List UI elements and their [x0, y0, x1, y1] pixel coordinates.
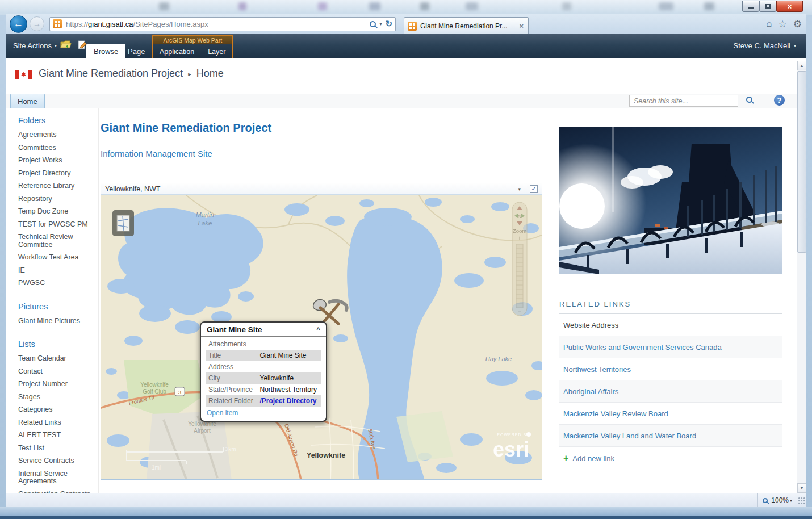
address-bar[interactable]: https://giant.gisatl.ca/SitePages/Home.a…	[49, 17, 396, 31]
link-northwest-territories[interactable]: Northwest Territories	[563, 365, 631, 374]
window-minimize-button[interactable]	[742, 1, 759, 12]
zoom-in-icon[interactable]: +	[517, 235, 521, 242]
zoom-magnifier-icon	[763, 498, 768, 503]
yellowknife-label: Yellowknife	[307, 451, 345, 459]
zoom-control[interactable]: 100%	[763, 496, 789, 504]
related-folder-link[interactable]: /Project Directory	[257, 395, 321, 407]
navigate-up-icon[interactable]	[60, 40, 72, 49]
chevron-down-icon: ▾	[794, 43, 796, 48]
table-row: TitleGiant Mine Site	[206, 350, 321, 361]
sidebar-item-project-works[interactable]: Project Works	[18, 157, 93, 165]
sidebar-item-service-contracts[interactable]: Service Contracts	[18, 457, 93, 465]
back-button[interactable]: ←	[10, 15, 27, 33]
sidebar-item-internal-service-agreements[interactable]: Internal Service Agreements	[18, 470, 93, 485]
settings-gear-icon[interactable]: ⚙	[793, 18, 802, 30]
link-aboriginal-affairs[interactable]: Aboriginal Affairs	[563, 387, 618, 396]
popup-collapse-icon[interactable]: ^	[316, 326, 320, 334]
map-zoom-control[interactable]: N Zoom + −	[512, 202, 527, 316]
resize-grip[interactable]	[798, 497, 805, 504]
breadcrumb-site-title[interactable]: Giant Mine Remediation Project	[39, 68, 183, 79]
desktop-icon-blur	[659, 2, 673, 10]
desktop-icon-blur	[704, 2, 714, 10]
browser-tab[interactable]: Giant Mine Remediation Pr... ×	[404, 17, 529, 34]
page-title: Giant Mine Remediation Project	[101, 122, 271, 135]
sidebar-item-project-number[interactable]: Project Number	[18, 380, 93, 388]
tab-close-icon[interactable]: ×	[518, 22, 525, 30]
home-icon[interactable]: ⌂	[766, 18, 772, 30]
browser-status-bar: 100% ▾	[6, 493, 806, 507]
window-close-button[interactable]: ×	[776, 1, 803, 12]
canada-flag-icon	[15, 70, 32, 82]
basemap-button[interactable]	[112, 210, 134, 236]
search-go-icon[interactable]	[746, 97, 752, 103]
sidebar-item-test-list[interactable]: Test List	[18, 445, 93, 453]
favorites-star-icon[interactable]: ☆	[778, 18, 787, 30]
sidebar-item-reference-library[interactable]: Reference Library	[18, 182, 93, 190]
browser-toolbar: ← → https://giant.gisatl.ca/SitePages/Ho…	[6, 14, 806, 34]
popup-title: Giant Mine Site	[207, 325, 262, 334]
scrollbar-thumb[interactable]	[797, 71, 806, 253]
zoom-dropdown-icon[interactable]: ▾	[790, 498, 792, 503]
search-dropdown-icon[interactable]: ▾	[379, 22, 382, 27]
link-pwgsc[interactable]: Public Works and Government Services Can…	[563, 343, 722, 351]
forward-button[interactable]: →	[30, 16, 44, 31]
sidebar-item-ie[interactable]: IE	[18, 267, 93, 275]
list-item: Mackenzie Valley Review Board	[559, 403, 782, 425]
sidebar-item-workflow-test-area[interactable]: Workflow Test Area	[18, 254, 93, 262]
window-maximize-button[interactable]	[759, 1, 776, 12]
edit-page-icon[interactable]	[78, 40, 87, 50]
list-item: Public Works and Government Services Can…	[559, 336, 782, 358]
site-actions-menu[interactable]: Site Actions▾	[13, 41, 57, 50]
sidebar-item-categories[interactable]: Categories	[18, 406, 93, 414]
desktop-icon-blur	[466, 2, 478, 10]
martin-lake-label: Martin	[196, 211, 214, 218]
sidebar-heading-folders[interactable]: Folders	[18, 116, 93, 125]
sidebar-item-test-for-pwgsc-pm[interactable]: TEST for PWGSC PM	[18, 221, 93, 229]
tab-home[interactable]: Home	[10, 94, 45, 108]
zoom-out-icon[interactable]: −	[517, 308, 521, 316]
link-mackenzie-valley-review-board[interactable]: Mackenzie Valley Review Board	[563, 409, 668, 418]
giant-mine-photo	[559, 127, 782, 274]
sidebar-item-project-directory[interactable]: Project Directory	[18, 170, 93, 178]
link-website-address[interactable]: Website Address	[563, 321, 618, 329]
table-row: CityYellowknife	[206, 372, 321, 384]
help-icon[interactable]: ?	[774, 95, 785, 106]
sidebar-item-technical-review-committee[interactable]: Technical Review Committee	[18, 233, 93, 249]
arcgis-map[interactable]: 3 Martin Lake Hay Lake Yellowknife Yello…	[101, 195, 542, 479]
sidebar-item-stages[interactable]: Stages	[18, 394, 93, 401]
sidebar-item-repository[interactable]: Repository	[18, 195, 93, 203]
sidebar-heading-lists[interactable]: Lists	[18, 340, 93, 349]
sidebar-item-agreements[interactable]: Agreements	[18, 131, 93, 139]
maximize-icon	[765, 4, 771, 9]
url-path: /SitePages/Home.aspx	[133, 20, 208, 28]
north-label: N	[518, 214, 522, 219]
sidebar-heading-pictures[interactable]: Pictures	[18, 302, 93, 311]
refresh-icon[interactable]: ↻	[385, 19, 392, 29]
sidebar-item-pwgsc[interactable]: PWGSC	[18, 279, 93, 287]
scroll-down-icon[interactable]: ▼	[797, 483, 806, 493]
sidebar-item-committees[interactable]: Committees	[18, 144, 93, 152]
vertical-scrollbar[interactable]: ▲ ▼	[797, 61, 806, 493]
ribbon-tab-application[interactable]: Application	[153, 48, 201, 56]
ribbon-tab-browse[interactable]: Browse	[86, 44, 125, 58]
sidebar-item-alert-test[interactable]: ALERT TEST	[18, 432, 93, 440]
sidebar-item-team-calendar[interactable]: Team Calendar	[18, 355, 93, 363]
contextual-group-label: ArcGIS Map Web Part	[153, 36, 232, 44]
sidebar-item-contact[interactable]: Contact	[18, 368, 93, 376]
webpart-checkbox[interactable]: ✓	[530, 185, 538, 193]
scroll-up-icon[interactable]: ▲	[797, 61, 806, 70]
ribbon-tab-layer[interactable]: Layer	[201, 48, 232, 56]
webpart-menu-icon[interactable]: ▾	[518, 186, 521, 192]
open-item-link[interactable]: Open item	[201, 407, 326, 421]
site-header: Giant Mine Remediation Project ▸ Home	[6, 58, 806, 94]
ribbon-tab-page[interactable]: Page	[120, 44, 152, 58]
search-icon[interactable]	[370, 21, 376, 27]
sidebar-item-giant-mine-pictures[interactable]: Giant Mine Pictures	[18, 317, 93, 325]
link-mackenzie-valley-land-water-board[interactable]: Mackenzie Valley Land and Water Board	[563, 432, 696, 440]
scale-mi-label: 1mi	[152, 464, 161, 471]
sidebar-item-related-links[interactable]: Related Links	[18, 419, 93, 427]
sidebar-item-temp-doc-zone[interactable]: Temp Doc Zone	[18, 208, 93, 216]
search-input[interactable]	[629, 95, 738, 107]
add-new-link-button[interactable]: + Add new link	[559, 454, 782, 463]
user-menu[interactable]: Steve C. MacNeil▾	[734, 41, 796, 50]
